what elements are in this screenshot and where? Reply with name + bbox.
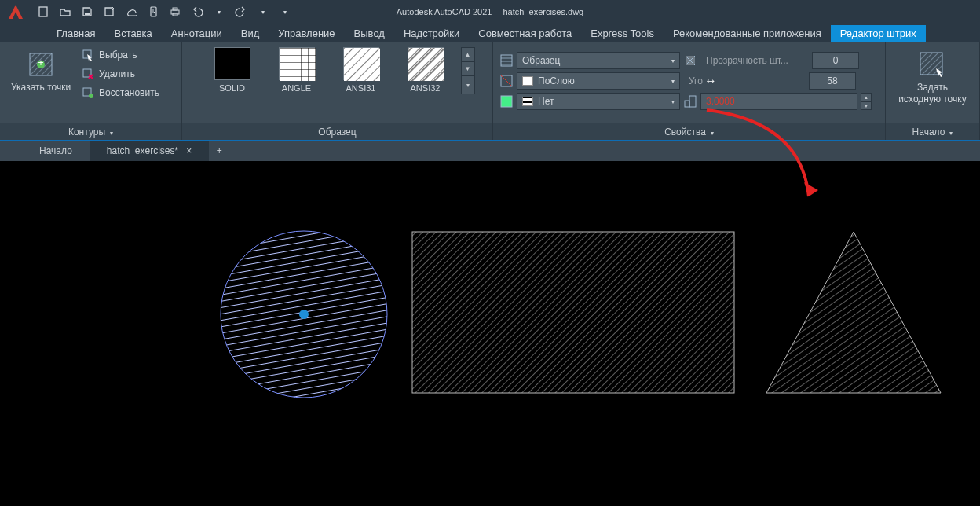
svg-rect-14 <box>280 48 316 81</box>
panel-boundaries: + Указать точки Выбрать Удалить Восстано… <box>0 42 182 140</box>
panel-properties-title[interactable]: Свойства <box>493 123 885 140</box>
pattern-label: SOLID <box>219 83 245 93</box>
pick-points-icon: + <box>27 50 55 79</box>
tab-manage[interactable]: Управление <box>269 25 344 42</box>
pattern-gallery: SOLID ANGLE ANSI31 ANSI32 ▲ ▼ ▾ <box>200 47 475 94</box>
save-icon[interactable] <box>80 5 94 19</box>
svg-rect-0 <box>39 7 47 16</box>
tab-addins[interactable]: Надстройки <box>394 25 469 42</box>
pattern-angle[interactable]: ANGLE <box>265 47 329 93</box>
recreate-icon <box>82 86 94 99</box>
app-name: Autodesk AutoCAD 2021 <box>397 7 492 16</box>
svg-rect-17 <box>344 48 380 81</box>
pattern-solid[interactable]: SOLID <box>200 47 265 93</box>
panel-pattern: SOLID ANGLE ANSI31 ANSI32 ▲ ▼ ▾ <box>182 42 493 140</box>
panel-boundaries-title[interactable]: Контуры <box>0 123 181 140</box>
svg-rect-37 <box>412 232 734 393</box>
print-icon[interactable] <box>168 5 182 19</box>
qat-customize-icon[interactable]: ▾ <box>278 5 292 19</box>
scale-spinner: ▲ ▼ <box>861 93 872 110</box>
new-icon[interactable] <box>36 5 50 19</box>
pattern-ansi32[interactable]: ANSI32 <box>393 47 458 93</box>
svg-rect-25 <box>685 101 689 107</box>
set-origin-label-1: Задать <box>917 82 948 94</box>
file-tab-active[interactable]: hatch_exercises* × <box>90 141 209 161</box>
undo-dropdown-icon[interactable]: ▾ <box>212 5 226 19</box>
tab-output[interactable]: Вывод <box>345 25 394 42</box>
svg-rect-26 <box>689 96 696 107</box>
hatch-type-icon <box>499 53 514 68</box>
pattern-ansi31[interactable]: ANSI31 <box>329 47 393 93</box>
tab-annotations[interactable]: Аннотации <box>162 25 232 42</box>
quick-access-toolbar: ▾ ▾ ▾ <box>31 5 297 19</box>
app-logo[interactable] <box>0 0 31 24</box>
tab-collaborate[interactable]: Совместная работа <box>469 25 581 42</box>
file-tab-label: hatch_exercises* <box>107 145 178 156</box>
redo-icon[interactable] <box>234 5 248 19</box>
cloud-open-icon[interactable] <box>124 5 138 19</box>
titlebar: ▾ ▾ ▾ Autodesk AutoCAD 2021 hatch_exerci… <box>0 0 980 24</box>
set-origin-icon <box>918 50 946 79</box>
panel-pattern-title: Образец <box>182 123 492 140</box>
window-title: Autodesk AutoCAD 2021 hatch_exercises.dw… <box>397 7 583 16</box>
select-boundary-button[interactable]: Выбрать <box>79 47 163 63</box>
svg-rect-24 <box>501 96 512 107</box>
pattern-label: ANSI32 <box>411 83 441 93</box>
drawing-canvas[interactable] <box>0 161 980 506</box>
new-file-tab-button[interactable]: + <box>209 145 229 156</box>
recreate-label: Восстановить <box>99 87 159 98</box>
cloud-save-icon[interactable] <box>146 5 160 19</box>
tab-insert[interactable]: Вставка <box>104 25 161 42</box>
bg-color-icon <box>499 94 514 108</box>
svg-point-12 <box>89 94 93 98</box>
hatch-color-dropdown[interactable]: ПоСлою <box>517 72 680 90</box>
angle-input[interactable] <box>809 72 856 90</box>
tab-featured[interactable]: Рекомендованные приложения <box>664 25 831 42</box>
pick-points-label: Указать точки <box>11 82 71 94</box>
angle-label: Уго↔ <box>683 72 806 90</box>
ribbon: + Указать точки Выбрать Удалить Восстано… <box>0 42 980 141</box>
remove-boundary-button[interactable]: Удалить <box>79 66 163 82</box>
panel-properties: Образец Прозрачность шт... ПоСлою Уго↔ Н… <box>493 42 886 140</box>
file-tab-start[interactable]: Начало <box>22 141 90 161</box>
pattern-label: ANGLE <box>282 83 311 93</box>
panel-origin-title[interactable]: Начало <box>886 123 979 140</box>
tab-view[interactable]: Вид <box>232 25 269 42</box>
tab-hatch-editor[interactable]: Редактор штрих <box>831 25 926 42</box>
transparency-icon <box>683 53 697 68</box>
set-origin-button[interactable]: Задать исходную точку <box>894 47 971 108</box>
hatch-type-dropdown[interactable]: Образец <box>517 52 680 69</box>
close-icon[interactable]: × <box>186 145 192 156</box>
transparency-input[interactable] <box>812 52 859 69</box>
gallery-scroll-up[interactable]: ▲ <box>461 47 475 61</box>
undo-icon[interactable] <box>190 5 204 19</box>
bg-color-dropdown[interactable]: Нет <box>517 93 680 110</box>
svg-rect-21 <box>408 48 444 81</box>
remove-label: Удалить <box>99 68 135 79</box>
open-icon[interactable] <box>58 5 72 19</box>
document-name: hatch_exercises.dwg <box>503 7 583 16</box>
scale-down[interactable]: ▼ <box>861 101 872 110</box>
set-origin-label-2: исходную точку <box>898 94 966 105</box>
redo-dropdown-icon[interactable]: ▾ <box>256 5 270 19</box>
scale-icon <box>683 94 697 108</box>
recreate-boundary-button[interactable]: Восстановить <box>79 85 163 101</box>
gallery-scroll-down[interactable]: ▼ <box>461 61 475 75</box>
gallery-expand[interactable]: ▾ <box>461 75 475 94</box>
select-label: Выбрать <box>99 50 137 60</box>
scale-up[interactable]: ▲ <box>861 93 872 101</box>
pick-points-button[interactable]: + Указать точки <box>6 47 75 97</box>
tab-express[interactable]: Express Tools <box>581 25 664 42</box>
tab-home[interactable]: Главная <box>47 25 104 42</box>
remove-icon <box>82 68 94 80</box>
svg-rect-4 <box>173 8 177 10</box>
svg-rect-1 <box>85 13 90 15</box>
scale-input[interactable] <box>700 93 858 110</box>
saveas-icon[interactable] <box>102 5 116 19</box>
hatch-color-icon <box>499 74 514 88</box>
svg-marker-38 <box>766 232 941 393</box>
svg-text:+: + <box>38 57 44 68</box>
file-tab-bar: Начало hatch_exercises* × + <box>0 141 980 161</box>
pattern-label: ANSI31 <box>346 83 376 93</box>
panel-origin: Задать исходную точку Начало <box>886 42 980 140</box>
